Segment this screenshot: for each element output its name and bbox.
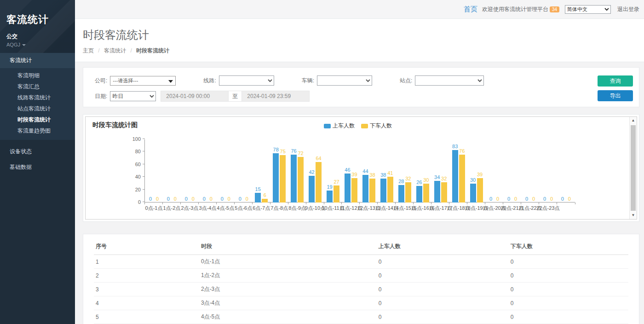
sidebar-subitem[interactable]: 时段客流统计 [0,114,75,125]
date-preset-select[interactable]: 昨日 [110,91,156,101]
sidebar-subitem[interactable]: 客流汇总 [0,81,75,92]
bar[interactable] [380,179,386,202]
bar[interactable] [459,155,465,202]
bar-column: 15 [255,186,261,202]
bar-column: 6 [262,192,268,202]
bar-column: 0 [172,196,178,202]
table-cell: 3 [94,283,199,296]
sidebar-subitem[interactable]: 客流明细 [0,70,75,81]
bar[interactable] [405,182,411,202]
bar[interactable] [345,174,351,202]
table-cell: 1 [94,255,199,269]
bar-value-label: 0 [149,196,152,202]
page-title: 时段客流统计 [83,28,644,42]
chart-scrollbar[interactable]: ▲ ▼ [629,117,637,219]
bar-column: 76 [291,148,297,202]
bar-value-label: 0 [525,196,528,202]
logout-link[interactable]: 退出登录 [617,6,639,13]
bar[interactable] [452,150,458,202]
breadcrumb-section[interactable]: 客流统计 [104,47,126,54]
sidebar-item[interactable]: 设备状态 [0,144,75,159]
org-code-dropdown[interactable]: AQGJ [6,42,75,47]
line-select[interactable] [219,75,274,86]
sidebar-logo-block: 客流统计 公交 AQGJ [0,0,75,53]
table-cell: 0 [377,269,509,283]
bar[interactable] [334,185,339,202]
bar-value-label: 42 [309,169,314,175]
table-panel: 序号时段上车人数下车人数 10点-1点0021点-2点0032点-3点0043点… [83,234,639,324]
bar[interactable] [441,182,447,202]
sidebar-subitem[interactable]: 站点客流统计 [0,103,75,114]
bar-value-label: 32 [405,176,411,181]
bar-value-label: 83 [452,144,458,149]
bar[interactable] [369,179,375,202]
bar[interactable] [280,155,286,202]
bar-value-label: 0 [543,196,546,202]
bar[interactable] [387,177,393,202]
bar-group: 837617点-18点 [449,139,467,202]
bar-column: 39 [477,172,483,202]
station-select[interactable] [415,75,484,86]
bar-value-label: 30 [470,177,476,183]
filter-panel: 公司: ---请选择--- 线路: 车辆: 站点: 日期: 昨日 2024-01… [83,67,639,107]
notification-badge[interactable]: 34 [550,6,559,12]
bar-value-label: 78 [273,147,279,152]
language-select[interactable]: 简体中文 [565,5,611,14]
scroll-up-icon[interactable]: ▲ [630,117,637,124]
bar[interactable] [434,181,440,202]
company-select[interactable]: ---请选择--- [110,76,176,86]
bar[interactable] [470,184,476,202]
bar-column: 0 [541,196,547,202]
bar[interactable] [273,153,279,202]
table-cell: 0 [509,310,628,324]
bar-group: 0022点-23点 [539,139,557,202]
home-link[interactable]: 首页 [464,5,477,14]
date-end-input[interactable]: 2024-01-09 23:59 [242,91,310,102]
bar[interactable] [362,175,368,202]
bar[interactable] [255,193,261,202]
sidebar-subitem[interactable]: 线路客流统计 [0,92,75,103]
scrollbar-thumb[interactable] [631,125,636,211]
bar[interactable] [423,184,429,202]
table-cell: 0 [377,296,509,310]
bar-value-label: 46 [345,167,350,173]
bar[interactable] [298,157,304,202]
content: 公司: ---请选择--- 线路: 车辆: 站点: 日期: 昨日 2024-01… [75,62,644,324]
export-button[interactable]: 导出 [598,90,633,101]
date-start-input[interactable]: 2024-01-09 00:00 [161,91,229,102]
sidebar-item-passenger-stats[interactable]: 客流统计 [0,53,75,68]
bar[interactable] [398,185,404,202]
bar-value-label: 41 [387,170,393,176]
chart-plot-wrap: 020406080100000点-1点001点-2点002点-3点003点-4点… [144,139,575,202]
breadcrumb-home[interactable]: 主页 [83,47,94,54]
chart-legend: 上车人数下车人数 [324,122,398,130]
bar[interactable] [477,178,483,202]
bar[interactable] [327,191,333,202]
bar-group: 002点-3点 [181,139,199,202]
sidebar-subitem[interactable]: 客流量趋势图 [0,125,75,136]
bar[interactable] [316,162,322,202]
bar-column: 42 [309,169,315,202]
x-axis-label: 5点-6点 [235,205,252,212]
bar-group: 283214点-15点 [396,139,414,202]
query-button[interactable]: 查询 [598,75,633,87]
y-axis-tick-label: 100 [122,136,141,142]
bar-column: 0 [190,196,196,202]
bar[interactable] [309,176,315,202]
x-axis-label: 2点-3点 [181,205,198,212]
vehicle-select[interactable] [317,75,372,86]
bar-value-label: 0 [561,196,564,202]
bar[interactable] [291,155,297,202]
sidebar-item[interactable]: 基础数据 [0,159,75,175]
scroll-down-icon[interactable]: ▼ [630,212,637,219]
legend-item[interactable]: 上车人数 [324,122,355,130]
bar-column: 30 [423,177,429,202]
bar[interactable] [416,186,422,202]
legend-item[interactable]: 下车人数 [361,122,392,130]
table-row: 32点-3点00 [94,283,628,296]
bar[interactable] [351,178,357,202]
table-cell: 0 [509,296,628,310]
bar-column: 41 [387,170,393,202]
bar[interactable] [262,199,268,202]
bar-value-label: 38 [380,172,386,178]
